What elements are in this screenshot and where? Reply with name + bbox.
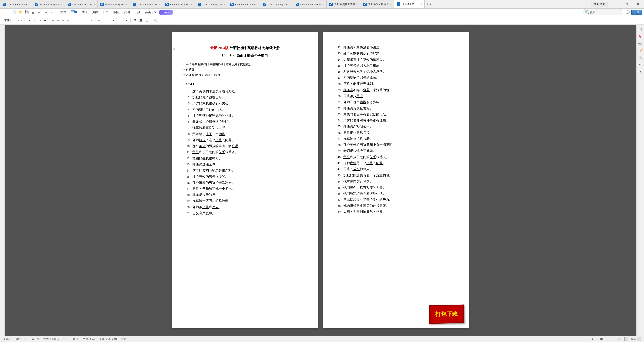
- tab-1[interactable]: W Unit 3 Family ties ×: [0, 0, 32, 8]
- tab-3[interactable]: W Unit 3 Family ties ×: [65, 0, 98, 8]
- line-spacing-button[interactable]: ↕: [119, 18, 124, 23]
- numbered-list-button[interactable]: ☰: [80, 18, 85, 23]
- outline-icon[interactable]: ☰: [607, 336, 613, 342]
- search-input[interactable]: [590, 11, 620, 14]
- tab-close-5[interactable]: ×: [157, 3, 160, 6]
- font-selector[interactable]: 宋体 ▾: [3, 18, 13, 23]
- tab-12[interactable]: W Unit 3 综合量练评 ×: [360, 0, 394, 8]
- menu-references[interactable]: 引用: [101, 10, 111, 15]
- menu-view[interactable]: 视图: [122, 10, 132, 15]
- title-year: 最新 2024版: [210, 46, 229, 50]
- align-center-button[interactable]: ≡: [56, 18, 60, 23]
- tab-close-13[interactable]: ×: [419, 3, 422, 5]
- sidebar-tool-2[interactable]: 🔖: [638, 34, 643, 39]
- align-right-button[interactable]: ≡: [61, 18, 65, 23]
- tab-7[interactable]: W Unit 3 Family ties ×: [195, 0, 228, 8]
- menu-insert[interactable]: 插入: [79, 10, 90, 15]
- tab-5[interactable]: W Unit 3 Family ties ×: [130, 0, 163, 8]
- column-number: 列: 1: [73, 337, 78, 341]
- tab-2[interactable]: W Unit 3 Family ties ×: [32, 0, 65, 8]
- tab-9[interactable]: W Unit 3 Family ties ×: [260, 0, 293, 8]
- read-icon[interactable]: 📖: [616, 336, 621, 342]
- menu-member[interactable]: 会员专享: [143, 10, 159, 15]
- wps-ai-button[interactable]: WPS AI: [159, 10, 173, 15]
- menu-home[interactable]: 开始: [69, 9, 79, 15]
- layout-icon[interactable]: ⊞: [599, 336, 604, 342]
- redo-icon[interactable]: ↪: [43, 10, 48, 15]
- sidebar-tool-5[interactable]: 🔍: [638, 55, 643, 60]
- bold-button[interactable]: B: [27, 18, 32, 23]
- list-item: 9.老师解决了这个严重的问题。: [183, 138, 307, 143]
- tab-8[interactable]: W Unit 3 Family ties ×: [228, 0, 260, 8]
- more-tabs-icon[interactable]: ▾: [430, 2, 431, 6]
- close-button[interactable]: ✕: [632, 0, 644, 8]
- share-button[interactable]: 分享: [631, 10, 642, 15]
- download-button[interactable]: 打包下载: [429, 305, 464, 324]
- strikethrough-button[interactable]: S: [43, 18, 47, 23]
- insert-image-button[interactable]: 🖼: [138, 18, 144, 23]
- tab-10[interactable]: W Unit 3 Family ties! ×: [293, 0, 327, 8]
- search-icon: 🔍: [585, 10, 590, 15]
- sidebar-tool-7[interactable]: ▾: [638, 69, 643, 74]
- menu-page[interactable]: 页面: [90, 10, 100, 15]
- save-icon[interactable]: 💾: [24, 10, 29, 15]
- list-item: 29.邮递员不得不背着一个沉重的包。: [334, 88, 458, 93]
- zoom-in-button[interactable]: +: [637, 337, 641, 341]
- sidebar-tool-4[interactable]: 📝: [638, 48, 643, 53]
- view-mode-icon[interactable]: 👁: [590, 336, 596, 342]
- find-replace-button[interactable]: 🔍: [152, 18, 159, 23]
- tab-close-1[interactable]: ×: [27, 3, 30, 6]
- undo-icon[interactable]: ↩: [36, 10, 42, 15]
- tab-close-6[interactable]: ×: [190, 3, 193, 6]
- new-tab-icon[interactable]: +: [427, 2, 429, 6]
- justify-button[interactable]: ≡: [66, 18, 70, 23]
- font-size-selector[interactable]: 12 ▾: [16, 18, 24, 23]
- paragraph-spacing-button[interactable]: ¶: [125, 18, 129, 23]
- tab-close-11[interactable]: ×: [355, 3, 358, 6]
- tab-11[interactable]: W Unit 3 模拟测试卷 ×: [327, 0, 360, 8]
- tab-4[interactable]: W Unit 3 Family ties ×: [98, 0, 130, 8]
- menu-file[interactable]: 文件: [58, 10, 68, 15]
- menu-icon[interactable]: ☰: [3, 10, 8, 15]
- sidebar-tool-3[interactable]: 💬: [638, 41, 643, 46]
- underline-button[interactable]: U: [37, 18, 42, 23]
- minimize-button[interactable]: ─: [609, 0, 621, 8]
- insert-table-button[interactable]: ⊞: [132, 18, 137, 23]
- more-quick-icon[interactable]: ▾: [49, 10, 55, 15]
- new-doc-icon[interactable]: 📄: [11, 10, 17, 15]
- open-icon[interactable]: 📁: [18, 10, 23, 15]
- tab-close-7[interactable]: ×: [223, 3, 225, 6]
- tab-close-2[interactable]: ×: [60, 3, 62, 6]
- tab-13[interactable]: W Unit 3-4 数 ×: [394, 0, 425, 8]
- sidebar-tool-1[interactable]: 📋: [638, 27, 643, 32]
- tab-close-9[interactable]: ×: [288, 3, 290, 6]
- list-item: 34.严肃的老师对每件事都有理由。: [334, 118, 458, 123]
- tab-close-10[interactable]: ×: [321, 3, 324, 6]
- align-left-button[interactable]: ≡: [51, 18, 55, 23]
- tab-close-12[interactable]: ×: [389, 3, 392, 6]
- drag-handle-left[interactable]: ⠿: [173, 47, 175, 52]
- proofread[interactable]: 校对: [121, 337, 127, 341]
- tab-favicon-10: W: [296, 3, 299, 6]
- login-button[interactable]: 立即登录: [591, 2, 608, 7]
- comments-icon[interactable]: 💬: [625, 10, 630, 15]
- zoom-out-button[interactable]: -: [624, 337, 628, 341]
- sidebar-tool-6[interactable]: ⚙: [638, 62, 643, 67]
- menu-tools[interactable]: 工具: [132, 10, 142, 15]
- outdent-button[interactable]: |←: [95, 18, 102, 23]
- highlight-button[interactable]: ▲: [110, 18, 116, 23]
- menu-review[interactable]: 审阅: [111, 10, 121, 15]
- tab-close-8[interactable]: ×: [255, 3, 258, 6]
- search-box[interactable]: 🔍: [583, 9, 622, 15]
- bullet-list-button[interactable]: ☰: [74, 18, 79, 23]
- tab-close-3[interactable]: ×: [93, 3, 95, 6]
- indent-button[interactable]: →|: [89, 18, 95, 23]
- font-color-button[interactable]: A: [105, 18, 110, 23]
- list-item: 28.严格的老师遵守规则。: [334, 81, 458, 87]
- insert-shape-button[interactable]: △: [144, 18, 149, 23]
- italic-button[interactable]: I: [33, 18, 37, 23]
- tab-6[interactable]: W Unit 3 Family ties ×: [163, 0, 195, 8]
- maximize-button[interactable]: □: [621, 0, 632, 8]
- tab-close-4[interactable]: ×: [125, 3, 128, 6]
- print-icon[interactable]: 🖨: [30, 10, 36, 15]
